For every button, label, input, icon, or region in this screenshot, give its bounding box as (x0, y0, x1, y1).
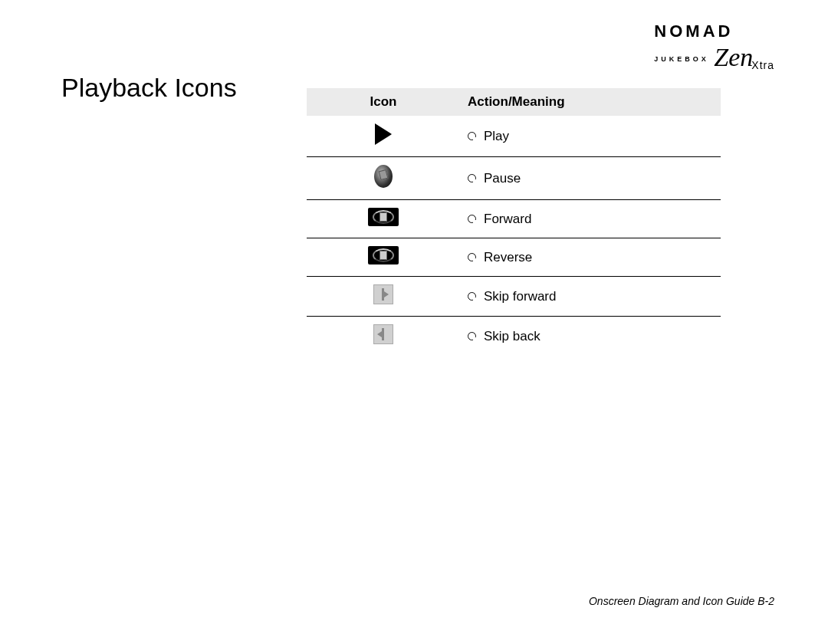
meaning-text: Play (484, 129, 509, 143)
logo-jukebox: JUKEBOX (654, 56, 709, 63)
meaning-text: Reverse (484, 250, 532, 264)
table-row: Play (307, 116, 721, 157)
skip-forward-icon (373, 284, 393, 304)
col-header-meaning: Action/Meaning (460, 88, 721, 116)
table-row: Pause (307, 157, 721, 200)
meaning-text: Pause (484, 171, 521, 186)
meaning-text: Skip forward (484, 289, 556, 304)
bullet-icon (468, 215, 476, 223)
forward-icon (368, 208, 399, 226)
skip-back-icon (373, 324, 393, 344)
meaning-text: Forward (484, 212, 531, 226)
bullet-icon (468, 292, 476, 301)
page-title: Playback Icons (61, 73, 237, 103)
bullet-icon (468, 332, 476, 340)
play-icon (375, 123, 392, 145)
brand-logo: NOMAD JUKEBOX ZenXtra (654, 23, 774, 66)
table-row: Forward (307, 200, 721, 238)
meaning-text: Skip back (484, 329, 540, 343)
table-row: Skip back (307, 317, 721, 356)
table-row: Skip forward (307, 277, 721, 317)
table-row: Reverse (307, 238, 721, 277)
page-footer: Onscreen Diagram and Icon Guide B-2 (589, 595, 774, 607)
pause-icon (374, 165, 393, 188)
logo-xtra: Xtra (751, 59, 774, 71)
bullet-icon (468, 174, 476, 182)
bullet-icon (468, 253, 476, 261)
logo-nomad: NOMAD (654, 21, 733, 41)
logo-zen: Zen (714, 43, 753, 71)
playback-icons-table: Icon Action/Meaning Play Pause Forward R… (307, 88, 721, 356)
reverse-icon (368, 246, 399, 264)
bullet-icon (468, 132, 476, 140)
col-header-icon: Icon (307, 88, 460, 116)
